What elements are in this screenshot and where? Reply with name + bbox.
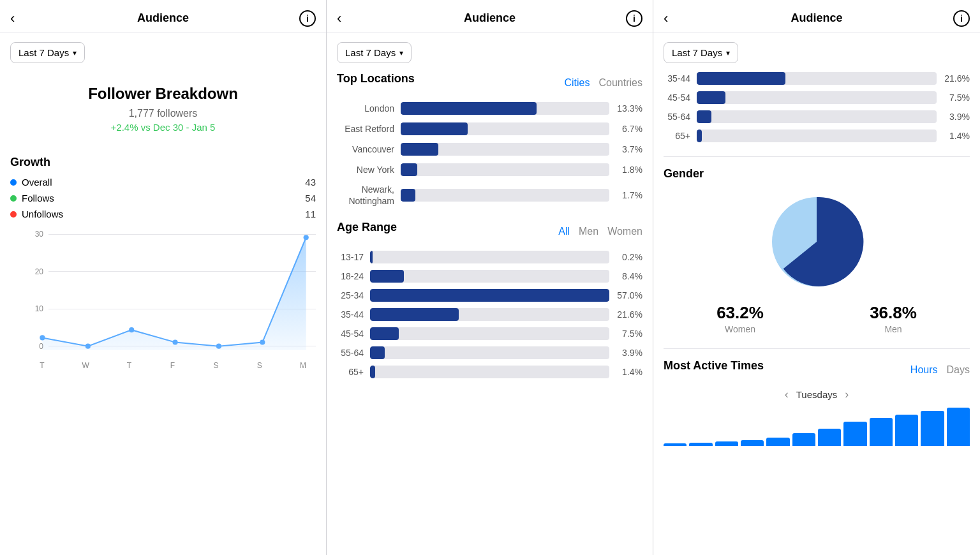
location-pct-eastretford: 6.7% [616,124,642,134]
gender-section: Gender 63.2% Women 36.8% Men [664,156,970,334]
tab-cities[interactable]: Cities [565,77,590,89]
chevron-down-icon-3: ▾ [726,48,730,57]
follows-value: 54 [305,193,316,204]
age-label-65plus-p3: 65+ [664,131,690,141]
location-pct-london: 13.3% [616,103,642,114]
tab-men[interactable]: Men [579,226,598,237]
age-pct-13-17: 0.2% [616,252,642,262]
time-bar-0 [664,443,687,446]
location-row-eastretford: East Retford 6.7% [337,122,642,135]
panel-3-content: Last 7 Days ▾ 35-44 21.6% 45-54 7.5% 55-… [653,33,980,555]
date-range-dropdown-3[interactable]: Last 7 Days ▾ [664,42,738,63]
pie-chart-svg [766,191,868,293]
panel-1-content: Last 7 Days ▾ Follower Breakdown 1,777 f… [0,33,326,555]
location-row-newyork: New York 1.8% [337,163,642,176]
age-continuation: 35-44 21.6% 45-54 7.5% 55-64 3.9% [664,72,970,142]
info-button-2[interactable]: i [626,10,642,27]
age-range-header: Age Range All Men Women [337,221,642,242]
gender-women: 63.2% Women [716,303,764,334]
active-times-bars [664,408,970,446]
x-label-m: M [297,361,309,370]
age-pct-45-54-p3: 7.5% [943,93,970,103]
date-range-dropdown-2[interactable]: Last 7 Days ▾ [337,42,412,63]
bar-fill-newyork [401,163,417,176]
back-button-1[interactable]: ‹ [10,10,15,27]
overall-dot [10,179,17,186]
time-bar-5 [792,433,815,446]
active-times-tabs: Hours Days [910,364,970,376]
info-button-3[interactable]: i [953,10,970,27]
back-button-2[interactable]: ‹ [337,10,341,27]
men-pct: 36.8% [870,303,917,323]
unfollows-dot [10,211,17,218]
age-label-45-54-p3: 45-54 [664,93,690,103]
follower-change: +2.4% vs Dec 30 - Jan 5 [10,122,316,133]
age-row-65plus: 65+ 1.4% [337,366,642,378]
current-day: Tuesdays [796,389,837,400]
info-button-1[interactable]: i [299,10,316,27]
unfollows-label: Unfollows [22,209,63,219]
age-bar-25-34 [370,289,609,302]
prev-day-button[interactable]: ‹ [785,388,789,401]
location-name-newyork: New York [337,165,394,175]
top-locations-section: Top Locations Cities Countries London 13… [337,72,642,207]
overall-value: 43 [305,177,316,188]
tab-countries[interactable]: Countries [599,77,642,89]
unfollows-value: 11 [305,209,316,219]
chart-point-f [173,339,178,344]
x-label-f: F [166,361,179,370]
location-bar-newark [401,189,609,202]
location-bar-newyork [401,163,609,176]
chart-point-s1 [216,344,221,349]
age-label-35-44-p3: 35-44 [664,73,690,84]
age-row-13-17: 13-17 0.2% [337,251,642,263]
age-row-55-64: 55-64 3.9% [337,346,642,359]
bar-fill-london [401,102,537,115]
location-bar-london [401,102,609,115]
women-pct: 63.2% [716,303,764,323]
men-label: Men [870,324,917,334]
age-row-35-44-p3: 35-44 21.6% [664,72,970,85]
age-label-25-34: 25-34 [337,290,364,300]
age-row-25-34: 25-34 57.0% [337,289,642,302]
panel-2: ‹ Audience i Last 7 Days ▾ Top Locations… [327,0,653,555]
location-name-london: London [337,103,394,114]
age-pct-55-64-p3: 3.9% [943,112,970,122]
age-range-title: Age Range [337,221,397,234]
panel-2-header: ‹ Audience i [327,0,653,33]
date-range-dropdown-1[interactable]: Last 7 Days ▾ [10,42,85,63]
growth-section: Growth Overall 43 Follows 54 Unfollows [10,156,316,219]
location-row-london: London 13.3% [337,102,642,115]
gender-men: 36.8% Men [870,303,917,334]
time-bar-3 [741,440,764,446]
age-label-35-44: 35-44 [337,309,364,320]
age-bar-55-64 [370,346,609,359]
age-pct-65plus: 1.4% [616,367,642,377]
growth-title: Growth [10,156,316,169]
age-pct-18-24: 8.4% [616,271,642,281]
x-label-t1: T [36,361,48,370]
x-label-w: W [79,361,92,370]
tab-days[interactable]: Days [947,364,970,376]
back-button-3[interactable]: ‹ [664,10,668,27]
location-bar-vancouver [401,143,609,156]
next-day-button[interactable]: › [845,388,849,401]
age-pct-35-44-p3: 21.6% [943,73,970,84]
age-bar-45-54-p3 [697,91,937,104]
age-label-55-64: 55-64 [337,348,364,358]
panel-3-title: Audience [791,11,842,25]
follows-label: Follows [22,193,54,204]
time-bar-4 [766,438,789,446]
chevron-down-icon-2: ▾ [399,48,403,57]
chart-point-s2 [260,339,265,344]
age-bar-18-24 [370,270,609,283]
location-tabs: Cities Countries [565,77,643,89]
tab-all[interactable]: All [558,226,570,237]
age-pct-55-64: 3.9% [616,348,642,358]
gender-pie [664,191,970,293]
location-pct-newark: 1.7% [616,190,642,200]
tab-hours[interactable]: Hours [910,364,938,376]
tab-women[interactable]: Women [607,226,642,237]
women-label: Women [716,324,764,334]
age-pct-65plus-p3: 1.4% [943,131,970,141]
